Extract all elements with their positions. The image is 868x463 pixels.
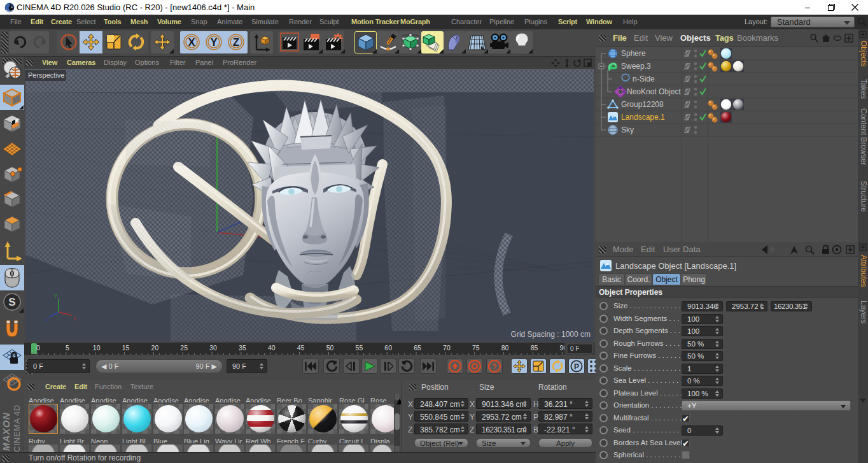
svg-text:X: X <box>188 37 195 48</box>
svg-text:P: P <box>574 362 579 371</box>
svg-text:65: 65 <box>414 344 421 352</box>
svg-text:25: 25 <box>180 344 188 352</box>
svg-text:0: 0 <box>36 344 40 352</box>
svg-text:60: 60 <box>384 344 392 352</box>
svg-text:15: 15 <box>122 344 130 352</box>
svg-text:50: 50 <box>326 344 334 352</box>
svg-text:55: 55 <box>356 344 363 352</box>
svg-text:0 F: 0 F <box>570 345 579 352</box>
svg-text:40: 40 <box>268 344 276 352</box>
svg-text:10: 10 <box>93 344 101 352</box>
svg-text:5: 5 <box>66 344 69 352</box>
svg-text:30: 30 <box>209 344 217 352</box>
svg-text:Y: Y <box>211 37 218 48</box>
svg-text:45: 45 <box>297 344 305 352</box>
svg-text:20: 20 <box>151 344 159 352</box>
svg-text:70: 70 <box>443 344 451 352</box>
svg-text:Y: Y <box>54 293 58 299</box>
svg-text:S: S <box>8 296 15 308</box>
svg-text:Z: Z <box>45 317 48 322</box>
svg-text:Z: Z <box>233 37 239 48</box>
svg-text:35: 35 <box>239 344 246 352</box>
svg-text:75: 75 <box>472 344 480 352</box>
svg-text:80: 80 <box>501 344 509 352</box>
svg-text:Perspective: Perspective <box>28 71 64 79</box>
svg-text:85: 85 <box>531 344 538 352</box>
svg-text:X: X <box>73 316 77 322</box>
svg-text:Grid Spacing : 1000 cm: Grid Spacing : 1000 cm <box>511 330 591 339</box>
svg-text:?: ? <box>492 362 496 371</box>
